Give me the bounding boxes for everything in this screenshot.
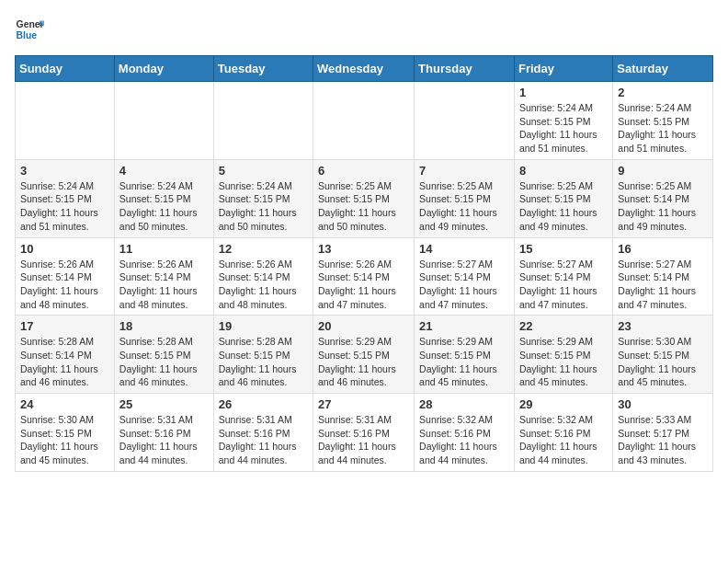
weekday-header-monday: Monday: [114, 56, 213, 82]
calendar-week-row: 17Sunrise: 5:28 AM Sunset: 5:14 PM Dayli…: [16, 316, 713, 394]
day-info: Sunrise: 5:25 AM Sunset: 5:15 PM Dayligh…: [318, 179, 409, 234]
day-info: Sunrise: 5:30 AM Sunset: 5:15 PM Dayligh…: [618, 335, 708, 389]
calendar-table: SundayMondayTuesdayWednesdayThursdayFrid…: [15, 55, 713, 472]
weekday-header-wednesday: Wednesday: [313, 56, 415, 82]
day-info: Sunrise: 5:31 AM Sunset: 5:16 PM Dayligh…: [219, 413, 308, 467]
calendar-cell: 13Sunrise: 5:26 AM Sunset: 5:14 PM Dayli…: [313, 237, 415, 316]
calendar-cell: 10Sunrise: 5:26 AM Sunset: 5:14 PM Dayli…: [16, 237, 115, 316]
calendar-cell: 12Sunrise: 5:26 AM Sunset: 5:14 PM Dayli…: [213, 237, 313, 316]
weekday-header-row: SundayMondayTuesdayWednesdayThursdayFrid…: [16, 56, 713, 82]
calendar-cell: [114, 82, 213, 160]
day-info: Sunrise: 5:30 AM Sunset: 5:15 PM Dayligh…: [20, 413, 109, 467]
day-number: 7: [419, 164, 509, 178]
day-info: Sunrise: 5:31 AM Sunset: 5:16 PM Dayligh…: [119, 413, 209, 467]
day-info: Sunrise: 5:29 AM Sunset: 5:15 PM Dayligh…: [419, 335, 509, 389]
day-number: 13: [318, 242, 409, 256]
calendar-cell: 4Sunrise: 5:24 AM Sunset: 5:15 PM Daylig…: [114, 159, 213, 237]
day-number: 23: [618, 319, 708, 333]
day-number: 29: [519, 397, 608, 411]
page-header: General Blue: [15, 15, 713, 44]
day-number: 9: [618, 164, 708, 178]
calendar-cell: 14Sunrise: 5:27 AM Sunset: 5:14 PM Dayli…: [415, 237, 515, 316]
day-info: Sunrise: 5:32 AM Sunset: 5:16 PM Dayligh…: [519, 413, 608, 467]
calendar-cell: 15Sunrise: 5:27 AM Sunset: 5:14 PM Dayli…: [514, 237, 612, 316]
day-info: Sunrise: 5:29 AM Sunset: 5:15 PM Dayligh…: [318, 335, 409, 389]
day-info: Sunrise: 5:24 AM Sunset: 5:15 PM Dayligh…: [519, 101, 608, 155]
day-number: 20: [318, 319, 409, 333]
calendar-week-row: 24Sunrise: 5:30 AM Sunset: 5:15 PM Dayli…: [16, 394, 713, 472]
weekday-header-saturday: Saturday: [613, 56, 713, 82]
day-info: Sunrise: 5:24 AM Sunset: 5:15 PM Dayligh…: [219, 179, 308, 234]
calendar-cell: 22Sunrise: 5:29 AM Sunset: 5:15 PM Dayli…: [514, 316, 612, 394]
day-number: 11: [119, 242, 209, 256]
calendar-cell: 30Sunrise: 5:33 AM Sunset: 5:17 PM Dayli…: [613, 394, 713, 472]
calendar-cell: 18Sunrise: 5:28 AM Sunset: 5:15 PM Dayli…: [114, 316, 213, 394]
day-info: Sunrise: 5:25 AM Sunset: 5:15 PM Dayligh…: [419, 179, 509, 234]
day-number: 6: [318, 164, 409, 178]
day-number: 4: [119, 164, 209, 178]
day-number: 28: [419, 397, 509, 411]
day-number: 17: [20, 319, 109, 333]
day-number: 3: [20, 164, 109, 178]
calendar-cell: 6Sunrise: 5:25 AM Sunset: 5:15 PM Daylig…: [313, 159, 415, 237]
calendar-cell: 25Sunrise: 5:31 AM Sunset: 5:16 PM Dayli…: [114, 394, 213, 472]
day-number: 10: [20, 242, 109, 256]
day-number: 21: [419, 319, 509, 333]
calendar-cell: 20Sunrise: 5:29 AM Sunset: 5:15 PM Dayli…: [313, 316, 415, 394]
day-info: Sunrise: 5:29 AM Sunset: 5:15 PM Dayligh…: [519, 335, 608, 389]
calendar-cell: 23Sunrise: 5:30 AM Sunset: 5:15 PM Dayli…: [613, 316, 713, 394]
day-number: 1: [519, 86, 608, 99]
calendar-cell: 29Sunrise: 5:32 AM Sunset: 5:16 PM Dayli…: [514, 394, 612, 472]
day-info: Sunrise: 5:28 AM Sunset: 5:15 PM Dayligh…: [219, 335, 308, 389]
calendar-week-row: 1Sunrise: 5:24 AM Sunset: 5:15 PM Daylig…: [16, 82, 713, 160]
calendar-cell: 11Sunrise: 5:26 AM Sunset: 5:14 PM Dayli…: [114, 237, 213, 316]
calendar-cell: 8Sunrise: 5:25 AM Sunset: 5:15 PM Daylig…: [514, 159, 612, 237]
calendar-cell: [213, 82, 313, 160]
calendar-cell: 9Sunrise: 5:25 AM Sunset: 5:14 PM Daylig…: [613, 159, 713, 237]
day-info: Sunrise: 5:26 AM Sunset: 5:14 PM Dayligh…: [219, 258, 308, 312]
day-info: Sunrise: 5:25 AM Sunset: 5:15 PM Dayligh…: [519, 179, 608, 234]
day-info: Sunrise: 5:26 AM Sunset: 5:14 PM Dayligh…: [20, 258, 109, 312]
day-info: Sunrise: 5:27 AM Sunset: 5:14 PM Dayligh…: [419, 258, 509, 312]
weekday-header-friday: Friday: [514, 56, 612, 82]
day-info: Sunrise: 5:31 AM Sunset: 5:16 PM Dayligh…: [318, 413, 409, 467]
day-number: 5: [219, 164, 308, 178]
weekday-header-thursday: Thursday: [415, 56, 515, 82]
logo-icon: General Blue: [15, 15, 44, 44]
day-number: 25: [119, 397, 209, 411]
calendar-cell: 7Sunrise: 5:25 AM Sunset: 5:15 PM Daylig…: [415, 159, 515, 237]
day-info: Sunrise: 5:24 AM Sunset: 5:15 PM Dayligh…: [618, 101, 708, 155]
calendar-cell: 5Sunrise: 5:24 AM Sunset: 5:15 PM Daylig…: [213, 159, 313, 237]
day-number: 30: [618, 397, 708, 411]
calendar-cell: 3Sunrise: 5:24 AM Sunset: 5:15 PM Daylig…: [16, 159, 115, 237]
day-number: 8: [519, 164, 608, 178]
logo: General Blue: [15, 15, 44, 44]
day-number: 18: [119, 319, 209, 333]
calendar-cell: 2Sunrise: 5:24 AM Sunset: 5:15 PM Daylig…: [613, 82, 713, 160]
day-info: Sunrise: 5:24 AM Sunset: 5:15 PM Dayligh…: [20, 179, 109, 234]
day-info: Sunrise: 5:28 AM Sunset: 5:14 PM Dayligh…: [20, 335, 109, 389]
day-info: Sunrise: 5:24 AM Sunset: 5:15 PM Dayligh…: [119, 179, 209, 234]
day-info: Sunrise: 5:27 AM Sunset: 5:14 PM Dayligh…: [519, 258, 608, 312]
weekday-header-sunday: Sunday: [16, 56, 115, 82]
day-number: 26: [219, 397, 308, 411]
day-number: 2: [618, 86, 708, 99]
weekday-header-tuesday: Tuesday: [213, 56, 313, 82]
day-info: Sunrise: 5:33 AM Sunset: 5:17 PM Dayligh…: [618, 413, 708, 467]
calendar-cell: [415, 82, 515, 160]
day-info: Sunrise: 5:25 AM Sunset: 5:14 PM Dayligh…: [618, 179, 708, 234]
day-info: Sunrise: 5:27 AM Sunset: 5:14 PM Dayligh…: [618, 258, 708, 312]
calendar-cell: [313, 82, 415, 160]
calendar-cell: 1Sunrise: 5:24 AM Sunset: 5:15 PM Daylig…: [514, 82, 612, 160]
day-info: Sunrise: 5:28 AM Sunset: 5:15 PM Dayligh…: [119, 335, 209, 389]
day-info: Sunrise: 5:26 AM Sunset: 5:14 PM Dayligh…: [318, 258, 409, 312]
day-number: 14: [419, 242, 509, 256]
day-number: 27: [318, 397, 409, 411]
day-number: 16: [618, 242, 708, 256]
calendar-week-row: 10Sunrise: 5:26 AM Sunset: 5:14 PM Dayli…: [16, 237, 713, 316]
calendar-cell: 24Sunrise: 5:30 AM Sunset: 5:15 PM Dayli…: [16, 394, 115, 472]
calendar-cell: [16, 82, 115, 160]
day-info: Sunrise: 5:32 AM Sunset: 5:16 PM Dayligh…: [419, 413, 509, 467]
day-number: 19: [219, 319, 308, 333]
day-number: 12: [219, 242, 308, 256]
